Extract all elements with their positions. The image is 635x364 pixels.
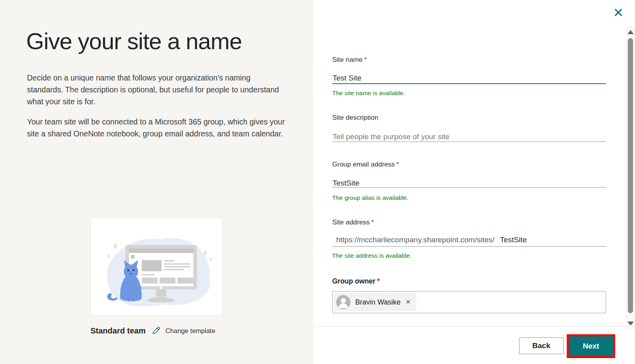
remove-person-icon[interactable]: ✕ (405, 299, 410, 305)
site-description-underline (332, 142, 606, 142)
intro-paragraph-2: Your team site will be connected to a Mi… (27, 116, 287, 140)
scrollbar-up-arrow-icon[interactable] (627, 30, 634, 34)
required-asterisk: * (364, 56, 367, 63)
site-address-prefix: https://mccharliecompany.sharepoint.com/… (336, 236, 495, 244)
site-description-label: Site description (332, 114, 378, 122)
group-email-validation: The group alias is available. (332, 194, 408, 201)
edit-template-icon[interactable] (151, 326, 161, 335)
left-info-panel: Give your site a name Decide on a unique… (0, 0, 314, 364)
close-icon[interactable]: ✕ (610, 5, 626, 21)
back-button[interactable]: Back (519, 337, 564, 354)
site-name-input[interactable] (332, 72, 606, 84)
required-asterisk: * (371, 218, 374, 226)
selected-template-name: Standard team (90, 326, 146, 335)
person-chip[interactable]: Bravin Wasike ✕ (334, 293, 416, 311)
next-button[interactable]: Next (569, 336, 613, 356)
group-owner-picker[interactable]: Bravin Wasike ✕ (332, 291, 606, 313)
footer-divider (314, 326, 635, 327)
required-asterisk: * (396, 161, 399, 168)
site-address-input[interactable]: TestSite (500, 236, 527, 244)
group-owner-label: Group owner* (332, 277, 380, 285)
site-address-validation: The site address is available. (332, 252, 412, 259)
site-name-label: Site name* (332, 56, 367, 64)
group-email-underline (332, 187, 606, 188)
site-name-validation: The site name is available. (332, 90, 405, 97)
pencil-icon (151, 326, 161, 335)
site-form-panel: ✕ Site name* The site name is available.… (314, 0, 635, 364)
site-address-underline (332, 246, 606, 247)
page-title: Give your site a name (26, 28, 242, 54)
create-site-dialog: Give your site a name Decide on a unique… (0, 0, 635, 364)
intro-paragraph-1: Decide on a unique name that follows you… (27, 72, 287, 107)
scrollbar-down-arrow-icon[interactable] (627, 322, 634, 326)
site-name-underline (332, 83, 606, 84)
scrollbar-thumb[interactable] (628, 38, 633, 313)
scrollbar[interactable] (626, 27, 635, 329)
next-button-highlight: Next (567, 334, 615, 358)
required-asterisk: * (377, 277, 380, 285)
site-description-input[interactable] (332, 131, 606, 143)
team-site-illustration (91, 218, 222, 316)
person-avatar (336, 295, 350, 309)
template-preview-card (90, 218, 223, 316)
person-chip-name: Bravin Wasike (355, 298, 400, 307)
change-template-link[interactable]: Change template (165, 327, 216, 335)
site-address-label: Site address* (332, 218, 374, 226)
group-email-label: Group email address* (332, 161, 399, 169)
template-selector-row: Standard team Change template (90, 324, 216, 338)
site-address-row: https://mccharliecompany.sharepoint.com/… (332, 236, 606, 244)
person-icon (336, 295, 350, 309)
